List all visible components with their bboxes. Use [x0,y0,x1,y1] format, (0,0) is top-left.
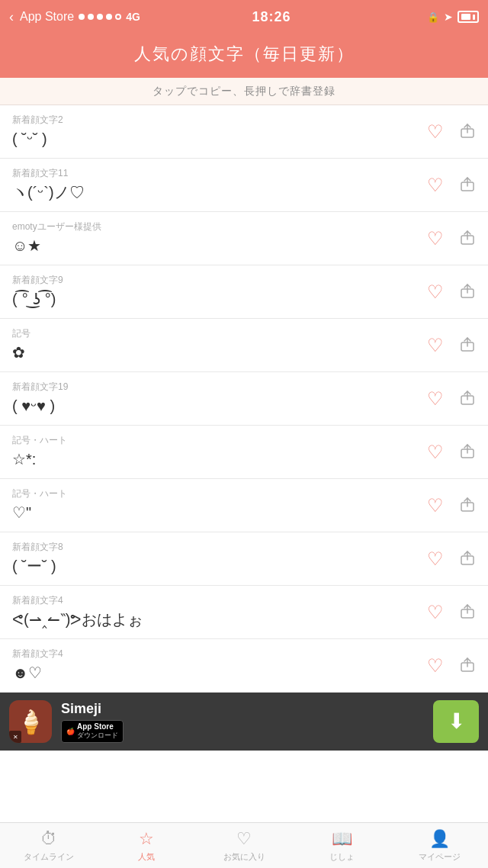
kaomoji-item[interactable]: 新着顔文字9 ( ͡° ͜ʖ ͡°) ♡ [0,265,488,319]
ad-banner: 🍦 ✕ Simeji 🍎 App Store ダウンロード ⬇ [0,693,488,751]
kaomoji-item[interactable]: 新着顔文字2 ( ˘ᵕ˘ ) ♡ [0,105,488,159]
list-container: 新着顔文字2 ( ˘ᵕ˘ ) ♡ 新着顔文字11 ヽ(´ᵕ`)ノ♡ [0,105,488,693]
item-actions: ♡ [427,442,476,462]
mypage-icon: 👤 [429,829,450,849]
item-label: 新着顔文字2 [12,114,427,127]
item-kaomoji: ☺★ [12,235,427,256]
kaomoji-item[interactable]: 記号 ✿ ♡ [0,319,488,372]
share-button[interactable] [459,549,476,569]
kaomoji-item[interactable]: 新着顔文字19 ( ♥ᵕ♥ ) ♡ [0,372,488,426]
share-button[interactable] [459,442,476,462]
app-store-label: App Store [77,722,118,731]
ad-download-button[interactable]: ⬇ [433,700,479,743]
share-button[interactable] [459,175,476,195]
tab-mypage[interactable]: 👤 マイページ [390,823,488,868]
item-actions: ♡ [427,175,476,195]
heart-button[interactable]: ♡ [427,123,444,141]
item-actions: ♡ [427,336,476,355]
item-content: 新着顔文字4 ☻♡ [12,648,427,683]
ad-store-badge: 🍎 App Store ダウンロード [61,720,424,743]
dot-2 [88,14,94,20]
item-kaomoji: ヽ(´ᵕ`)ノ♡ [12,182,427,203]
item-content: 新着顔文字4 ᕙ(⇀‸↼‶)ᕗおはよぉ [12,594,427,630]
heart-button[interactable]: ♡ [427,283,444,301]
share-button[interactable] [459,603,476,622]
kaomoji-item[interactable]: 新着顔文字8 ( ˘ー˘ ) ♡ [0,532,488,586]
kaomoji-list: 新着顔文字2 ( ˘ᵕ˘ ) ♡ 新着顔文字11 ヽ(´ᵕ`)ノ♡ [0,105,488,693]
kaomoji-item[interactable]: 記号・ハート ♡" ♡ [0,479,488,532]
item-kaomoji: ☆*: [12,448,427,470]
item-actions: ♡ [427,496,476,516]
heart-button[interactable]: ♡ [427,176,444,194]
item-content: 新着顔文字11 ヽ(´ᵕ`)ノ♡ [12,167,427,203]
status-right: 🔒 ➤ [403,11,479,23]
heart-button[interactable]: ♡ [427,550,444,568]
kaomoji-item[interactable]: 新着顔文字4 ᕙ(⇀‸↼‶)ᕗおはよぉ ♡ [0,586,488,639]
battery-tip [473,14,475,20]
tab-popular[interactable]: ☆ 人気 [98,823,195,868]
item-content: 新着顔文字8 ( ˘ー˘ ) [12,541,427,577]
share-button[interactable] [459,496,476,516]
item-content: 新着顔文字2 ( ˘ᵕ˘ ) [12,114,427,149]
app-store-icon: 🍎 [66,728,75,735]
battery-indicator [458,11,479,23]
heart-button[interactable]: ♡ [427,336,444,355]
location-icon: ➤ [444,11,453,23]
subtitle-text: タップでコピー、長押しで辞書登録 [152,85,336,97]
item-label: 新着顔文字9 [12,274,427,287]
share-button[interactable] [459,336,476,355]
heart-button[interactable]: ♡ [427,497,444,515]
item-kaomoji: ( ͡° ͜ʖ ͡°) [12,288,427,310]
tab-timeline[interactable]: ⏱ タイムライン [0,823,98,868]
app-header: 人気の顔文字（毎日更新） [0,34,488,78]
item-actions: ♡ [427,282,476,302]
tab-bar: ⏱ タイムライン ☆ 人気 ♡ お気に入り 📖 じしょ 👤 マイページ [0,822,488,868]
item-kaomoji: ☻♡ [12,662,427,683]
tab-popular-label: 人気 [138,851,155,863]
share-button[interactable] [459,122,476,142]
kaomoji-item[interactable]: emotyユーザー様提供 ☺★ ♡ [0,212,488,265]
heart-button[interactable]: ♡ [427,390,444,408]
app-title: 人気の顔文字（毎日更新） [0,43,488,66]
app-store-badge: 🍎 App Store ダウンロード [61,720,124,743]
item-label: emotyユーザー様提供 [12,220,427,233]
timeline-icon: ⏱ [40,829,57,849]
item-kaomoji: ♡" [12,502,427,523]
item-actions: ♡ [427,389,476,409]
item-actions: ♡ [427,549,476,569]
dot-3 [97,14,103,20]
item-kaomoji: ᕙ(⇀‸↼‶)ᕗおはよぉ [12,609,427,630]
tab-favorites-label: お気に入り [223,851,265,863]
share-button[interactable] [459,229,476,249]
share-button[interactable] [459,656,476,676]
heart-button[interactable]: ♡ [427,603,444,622]
share-button[interactable] [459,282,476,302]
ad-store-subtext: ダウンロード [77,731,118,739]
popular-icon: ☆ [139,829,154,849]
signal-dots [79,14,121,20]
dot-4 [106,14,112,20]
back-icon: ‹ [9,9,14,25]
item-label: 記号・ハート [12,487,427,500]
kaomoji-item[interactable]: 新着顔文字4 ☻♡ ♡ [0,639,488,693]
kaomoji-item[interactable]: 新着顔文字11 ヽ(´ᵕ`)ノ♡ ♡ [0,159,488,212]
item-content: 記号・ハート ♡" [12,487,427,523]
heart-button[interactable]: ♡ [427,443,444,461]
share-button[interactable] [459,389,476,409]
ad-app-icon: 🍦 ✕ [9,700,52,743]
item-content: 新着顔文字19 ( ♥ᵕ♥ ) [12,381,427,416]
status-time: 18:26 [252,9,291,25]
ad-close-icon: ✕ [9,731,21,743]
ad-text: Simeji 🍎 App Store ダウンロード [61,701,424,743]
status-bar: ‹ App Store 4G 18:26 🔒 ➤ [0,0,488,34]
heart-button[interactable]: ♡ [427,657,444,675]
ad-app-name: Simeji [61,701,424,717]
item-actions: ♡ [427,229,476,249]
kaomoji-item[interactable]: 記号・ハート ☆*: ♡ [0,426,488,479]
heart-button[interactable]: ♡ [427,230,444,248]
item-label: 新着顔文字8 [12,541,427,554]
tab-dictionary[interactable]: 📖 じしょ [293,823,390,868]
tab-favorites[interactable]: ♡ お気に入り [195,823,293,868]
favorites-icon: ♡ [236,829,252,849]
dot-1 [79,14,85,20]
